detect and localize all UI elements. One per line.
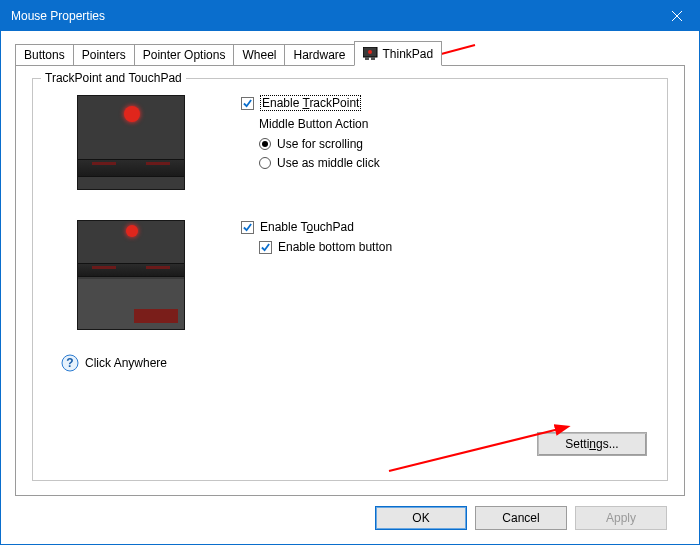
close-icon — [671, 10, 683, 22]
dialog-button-bar: OK Cancel Apply — [15, 496, 685, 544]
middle-button-action-label: Middle Button Action — [259, 117, 655, 131]
radio-on-icon — [259, 138, 271, 150]
help-icon: ? — [61, 354, 79, 372]
svg-rect-4 — [365, 57, 369, 60]
settings-button[interactable]: Settings... — [537, 432, 647, 456]
trackpoint-preview — [77, 95, 185, 190]
tab-buttons[interactable]: Buttons — [15, 44, 74, 66]
radio-use-scrolling[interactable]: Use for scrolling — [259, 137, 655, 151]
dialog-content: Buttons Pointers Pointer Options Wheel H… — [1, 31, 699, 544]
enable-trackpoint-checkbox[interactable]: Enable TrackPoint — [241, 95, 655, 111]
trackpoint-touchpad-group: TrackPoint and TouchPad — [32, 78, 668, 481]
group-title: TrackPoint and TouchPad — [41, 71, 186, 85]
touchpad-preview — [77, 220, 185, 330]
checkbox-icon — [241, 97, 254, 110]
titlebar: Mouse Properties — [1, 1, 699, 31]
trackpoint-row: Enable TrackPoint Middle Button Action U… — [45, 95, 655, 190]
click-anywhere-link[interactable]: ? Click Anywhere — [61, 354, 655, 372]
apply-button: Apply — [575, 506, 667, 530]
radio-off-icon — [259, 157, 271, 169]
tab-panel-thinkpad: TrackPoint and TouchPad — [15, 65, 685, 496]
svg-rect-5 — [371, 57, 375, 60]
enable-bottom-button-checkbox[interactable]: Enable bottom button — [259, 240, 655, 254]
close-button[interactable] — [654, 1, 699, 31]
touchpad-row: Enable TouchPad Enable bottom button — [45, 220, 655, 330]
mouse-properties-dialog: Mouse Properties Buttons Pointers Pointe… — [0, 0, 700, 545]
cancel-button[interactable]: Cancel — [475, 506, 567, 530]
tab-strip: Buttons Pointers Pointer Options Wheel H… — [15, 41, 685, 66]
svg-point-3 — [368, 50, 372, 54]
radio-use-middle-click[interactable]: Use as middle click — [259, 156, 655, 170]
checkbox-icon — [259, 241, 272, 254]
svg-text:?: ? — [66, 356, 73, 370]
tab-thinkpad[interactable]: ThinkPad — [354, 41, 443, 66]
enable-trackpoint-label: Enable TrackPoint — [260, 95, 361, 111]
tab-wheel[interactable]: Wheel — [233, 44, 285, 66]
thinkpad-icon — [363, 47, 379, 61]
ok-button[interactable]: OK — [375, 506, 467, 530]
enable-bottom-button-label: Enable bottom button — [278, 240, 392, 254]
window-title: Mouse Properties — [11, 9, 654, 23]
tab-hardware[interactable]: Hardware — [284, 44, 354, 66]
enable-touchpad-checkbox[interactable]: Enable TouchPad — [241, 220, 655, 234]
checkbox-icon — [241, 221, 254, 234]
enable-touchpad-label: Enable TouchPad — [260, 220, 354, 234]
tab-pointers[interactable]: Pointers — [73, 44, 135, 66]
tab-pointer-options[interactable]: Pointer Options — [134, 44, 235, 66]
